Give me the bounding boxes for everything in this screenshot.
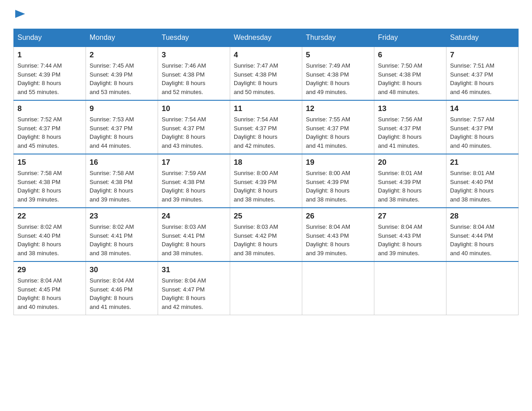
day-info: Sunrise: 8:04 AM Sunset: 4:45 PM Dayligh…: [17, 276, 82, 311]
day-number: 25: [234, 212, 298, 221]
day-info: Sunrise: 8:00 AM Sunset: 4:39 PM Dayligh…: [306, 169, 370, 204]
calendar-cell: 7 Sunrise: 7:51 AM Sunset: 4:37 PM Dayli…: [446, 47, 519, 100]
calendar-cell: 26 Sunrise: 8:04 AM Sunset: 4:43 PM Dayl…: [302, 208, 374, 261]
day-number: 7: [450, 51, 515, 60]
day-number: 11: [234, 104, 298, 113]
calendar-cell: 2 Sunrise: 7:45 AM Sunset: 4:39 PM Dayli…: [86, 47, 158, 100]
calendar-cell: 8 Sunrise: 7:52 AM Sunset: 4:37 PM Dayli…: [14, 100, 86, 154]
day-info: Sunrise: 7:51 AM Sunset: 4:37 PM Dayligh…: [450, 61, 515, 96]
day-info: Sunrise: 7:55 AM Sunset: 4:37 PM Dayligh…: [306, 115, 370, 150]
day-number: 23: [90, 212, 154, 221]
calendar-cell: 15 Sunrise: 7:58 AM Sunset: 4:38 PM Dayl…: [14, 154, 86, 208]
day-number: 30: [90, 265, 154, 274]
calendar-cell: 17 Sunrise: 7:59 AM Sunset: 4:38 PM Dayl…: [158, 154, 230, 208]
calendar-cell: [446, 261, 519, 315]
calendar-cell: 3 Sunrise: 7:46 AM Sunset: 4:38 PM Dayli…: [158, 47, 230, 100]
day-number: 10: [162, 104, 226, 113]
calendar-week-row: 8 Sunrise: 7:52 AM Sunset: 4:37 PM Dayli…: [14, 100, 519, 154]
day-number: 20: [378, 158, 442, 167]
day-info: Sunrise: 7:58 AM Sunset: 4:38 PM Dayligh…: [17, 169, 82, 204]
calendar-cell: 29 Sunrise: 8:04 AM Sunset: 4:45 PM Dayl…: [14, 261, 86, 315]
day-info: Sunrise: 7:52 AM Sunset: 4:37 PM Dayligh…: [17, 115, 82, 150]
calendar-cell: 12 Sunrise: 7:55 AM Sunset: 4:37 PM Dayl…: [302, 100, 374, 154]
day-info: Sunrise: 7:57 AM Sunset: 4:37 PM Dayligh…: [450, 115, 515, 150]
calendar-cell: 28 Sunrise: 8:04 AM Sunset: 4:44 PM Dayl…: [446, 208, 519, 261]
day-info: Sunrise: 8:04 AM Sunset: 4:44 PM Dayligh…: [450, 223, 515, 257]
calendar-cell: [374, 261, 446, 315]
logo-triangle-icon: [15, 10, 25, 18]
day-number: 24: [162, 212, 226, 221]
calendar-cell: 13 Sunrise: 7:56 AM Sunset: 4:37 PM Dayl…: [374, 100, 446, 154]
day-info: Sunrise: 8:02 AM Sunset: 4:40 PM Dayligh…: [17, 223, 82, 257]
calendar-cell: 16 Sunrise: 7:58 AM Sunset: 4:38 PM Dayl…: [86, 154, 158, 208]
calendar-header-saturday: Saturday: [446, 29, 519, 47]
calendar-header-tuesday: Tuesday: [158, 29, 230, 47]
calendar-cell: 19 Sunrise: 8:00 AM Sunset: 4:39 PM Dayl…: [302, 154, 374, 208]
day-number: 8: [17, 104, 82, 113]
calendar-cell: 1 Sunrise: 7:44 AM Sunset: 4:39 PM Dayli…: [14, 47, 86, 100]
day-info: Sunrise: 8:04 AM Sunset: 4:46 PM Dayligh…: [90, 276, 154, 311]
svg-marker-0: [15, 10, 25, 18]
calendar-cell: 5 Sunrise: 7:49 AM Sunset: 4:38 PM Dayli…: [302, 47, 374, 100]
day-number: 19: [306, 158, 370, 167]
calendar-header-wednesday: Wednesday: [230, 29, 302, 47]
day-info: Sunrise: 8:00 AM Sunset: 4:39 PM Dayligh…: [234, 169, 298, 204]
calendar-cell: 27 Sunrise: 8:04 AM Sunset: 4:43 PM Dayl…: [374, 208, 446, 261]
calendar-cell: 25 Sunrise: 8:03 AM Sunset: 4:42 PM Dayl…: [230, 208, 302, 261]
logo: [13, 9, 25, 20]
day-number: 4: [234, 51, 298, 60]
calendar-cell: 10 Sunrise: 7:54 AM Sunset: 4:37 PM Dayl…: [158, 100, 230, 154]
calendar-table: SundayMondayTuesdayWednesdayThursdayFrid…: [13, 29, 519, 315]
day-info: Sunrise: 7:53 AM Sunset: 4:37 PM Dayligh…: [90, 115, 154, 150]
calendar-cell: 20 Sunrise: 8:01 AM Sunset: 4:39 PM Dayl…: [374, 154, 446, 208]
calendar-week-row: 22 Sunrise: 8:02 AM Sunset: 4:40 PM Dayl…: [14, 208, 519, 261]
day-number: 6: [378, 51, 442, 60]
day-number: 28: [450, 212, 515, 221]
day-info: Sunrise: 8:03 AM Sunset: 4:41 PM Dayligh…: [162, 223, 226, 257]
day-info: Sunrise: 7:59 AM Sunset: 4:38 PM Dayligh…: [162, 169, 226, 204]
day-info: Sunrise: 8:03 AM Sunset: 4:42 PM Dayligh…: [234, 223, 298, 257]
day-number: 1: [17, 51, 82, 60]
day-info: Sunrise: 8:02 AM Sunset: 4:41 PM Dayligh…: [90, 223, 154, 257]
calendar-header-monday: Monday: [86, 29, 158, 47]
day-info: Sunrise: 8:04 AM Sunset: 4:43 PM Dayligh…: [378, 223, 442, 257]
day-info: Sunrise: 7:45 AM Sunset: 4:39 PM Dayligh…: [90, 61, 154, 96]
day-number: 15: [17, 158, 82, 167]
day-number: 14: [450, 104, 515, 113]
calendar-header-thursday: Thursday: [302, 29, 374, 47]
calendar-cell: 11 Sunrise: 7:54 AM Sunset: 4:37 PM Dayl…: [230, 100, 302, 154]
calendar-week-row: 15 Sunrise: 7:58 AM Sunset: 4:38 PM Dayl…: [14, 154, 519, 208]
day-number: 5: [306, 51, 370, 60]
calendar-week-row: 1 Sunrise: 7:44 AM Sunset: 4:39 PM Dayli…: [14, 47, 519, 100]
calendar-cell: 14 Sunrise: 7:57 AM Sunset: 4:37 PM Dayl…: [446, 100, 519, 154]
day-number: 27: [378, 212, 442, 221]
calendar-cell: 18 Sunrise: 8:00 AM Sunset: 4:39 PM Dayl…: [230, 154, 302, 208]
day-number: 13: [378, 104, 442, 113]
day-info: Sunrise: 7:49 AM Sunset: 4:38 PM Dayligh…: [306, 61, 370, 96]
calendar-cell: 4 Sunrise: 7:47 AM Sunset: 4:38 PM Dayli…: [230, 47, 302, 100]
calendar-cell: 21 Sunrise: 8:01 AM Sunset: 4:40 PM Dayl…: [446, 154, 519, 208]
calendar-cell: 24 Sunrise: 8:03 AM Sunset: 4:41 PM Dayl…: [158, 208, 230, 261]
day-info: Sunrise: 8:01 AM Sunset: 4:39 PM Dayligh…: [378, 169, 442, 204]
day-number: 18: [234, 158, 298, 167]
calendar-cell: 9 Sunrise: 7:53 AM Sunset: 4:37 PM Dayli…: [86, 100, 158, 154]
day-info: Sunrise: 7:47 AM Sunset: 4:38 PM Dayligh…: [234, 61, 298, 96]
day-number: 2: [90, 51, 154, 60]
day-info: Sunrise: 7:58 AM Sunset: 4:38 PM Dayligh…: [90, 169, 154, 204]
calendar-week-row: 29 Sunrise: 8:04 AM Sunset: 4:45 PM Dayl…: [14, 261, 519, 315]
day-number: 22: [17, 212, 82, 221]
calendar-header-row: SundayMondayTuesdayWednesdayThursdayFrid…: [14, 29, 519, 47]
day-number: 21: [450, 158, 515, 167]
calendar-cell: 6 Sunrise: 7:50 AM Sunset: 4:38 PM Dayli…: [374, 47, 446, 100]
calendar-cell: 30 Sunrise: 8:04 AM Sunset: 4:46 PM Dayl…: [86, 261, 158, 315]
day-info: Sunrise: 8:04 AM Sunset: 4:43 PM Dayligh…: [306, 223, 370, 257]
day-info: Sunrise: 8:04 AM Sunset: 4:47 PM Dayligh…: [162, 276, 226, 311]
page-header: [13, 9, 519, 20]
day-info: Sunrise: 7:44 AM Sunset: 4:39 PM Dayligh…: [17, 61, 82, 96]
calendar-cell: [230, 261, 302, 315]
day-info: Sunrise: 7:46 AM Sunset: 4:38 PM Dayligh…: [162, 61, 226, 96]
day-info: Sunrise: 7:56 AM Sunset: 4:37 PM Dayligh…: [378, 115, 442, 150]
day-number: 26: [306, 212, 370, 221]
day-number: 9: [90, 104, 154, 113]
day-info: Sunrise: 8:01 AM Sunset: 4:40 PM Dayligh…: [450, 169, 515, 204]
